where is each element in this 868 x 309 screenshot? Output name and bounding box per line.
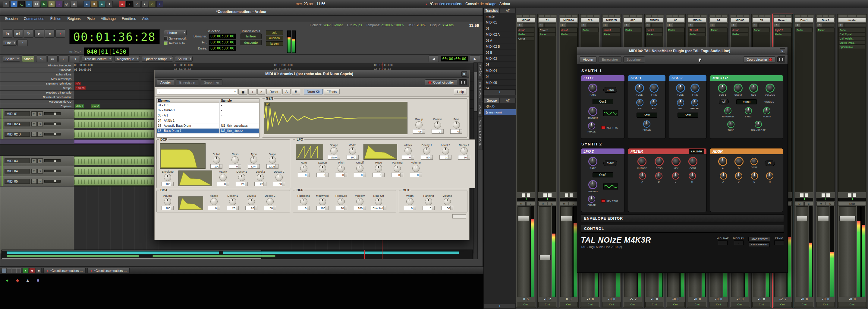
strip-grip[interactable] (765, 15, 770, 17)
strip-input-button[interactable]: 1 (731, 23, 736, 27)
fm-knob[interactable] (650, 99, 657, 106)
cutoff-knob[interactable] (638, 157, 647, 166)
routing-grid[interactable] (826, 193, 830, 197)
value-spinbox[interactable]: 20 (439, 155, 452, 160)
strip-grip[interactable] (829, 15, 835, 17)
strips-tab[interactable]: Tranches (484, 8, 500, 13)
ruler-label[interactable]: Échantillons (0, 73, 74, 77)
strip-input-button[interactable]: 2 (795, 23, 801, 27)
save-preset-button[interactable]: Enregistrer (176, 79, 199, 85)
value-spinbox[interactable]: 50 (441, 206, 453, 210)
comments-button[interactable]: Cmt (731, 302, 749, 307)
strip-list-item[interactable]: MIDI 03 (484, 56, 516, 61)
mail-icon[interactable]: ✉ (33, 1, 40, 7)
mute-button[interactable]: M (538, 202, 547, 206)
groups-tab[interactable]: Groupe (484, 98, 500, 103)
processor-fader[interactable]: Fader (667, 28, 684, 32)
transpose-knob[interactable] (755, 121, 762, 128)
pw-knob[interactable] (677, 99, 684, 106)
value-spinbox[interactable]: 0 (432, 129, 444, 134)
strip-grip[interactable] (544, 15, 550, 17)
lcd-display[interactable]: Saw (637, 113, 657, 118)
contrast-icon[interactable]: ◐ (141, 1, 148, 7)
value-spinbox[interactable]: 0 (391, 173, 403, 177)
ruler-label[interactable]: Marqueurs de CD (0, 100, 74, 104)
track-header[interactable]: MIDI 02 Bms (0, 129, 74, 139)
gain-display[interactable]: -0.0 (667, 298, 685, 302)
strip-io-box[interactable] (523, 23, 535, 27)
strip-io-box[interactable] (694, 23, 706, 27)
processor-drmk1[interactable]: drmk1 (646, 28, 663, 32)
pan-control[interactable] (795, 198, 813, 201)
group-list-item[interactable]: -(tout)- (484, 103, 516, 109)
config-a-button[interactable]: A (282, 89, 290, 94)
play-button[interactable]: ▶ (34, 29, 44, 38)
desktop-icon-tool[interactable]: ▲ (25, 277, 31, 283)
strip-list-item[interactable]: MIDI 02 B (484, 44, 516, 50)
value-spinbox[interactable]: 0 (229, 164, 241, 169)
processor-drmk1[interactable]: drmk1 (603, 28, 620, 32)
save-preset-button[interactable]: Enregistrer (598, 56, 621, 62)
config-b-button[interactable]: B (292, 89, 300, 94)
comments-button[interactable]: Cmt (688, 302, 706, 307)
processor-drmk1[interactable]: drmk1 (518, 28, 534, 32)
gain-display[interactable]: -0.0 (838, 298, 866, 302)
strips-list[interactable]: masterMIDI 0101MIDI 02 A02 AMIDI 02 B02 … (484, 13, 516, 90)
envelope-editor-bar[interactable]: ENVELOPE EDITOR (581, 215, 784, 222)
fine-knob[interactable] (453, 121, 460, 129)
display-box[interactable]: - (734, 241, 744, 245)
strip-grip[interactable] (701, 15, 706, 17)
gain-display[interactable]: -0.0 (710, 298, 727, 302)
hot-launcher-icon[interactable]: ◆ (29, 268, 35, 273)
gain-display[interactable]: -2.2 (774, 298, 792, 302)
level-2-knob[interactable] (257, 174, 264, 181)
processor-tlnsm[interactable]: TLNsM (689, 28, 706, 32)
gain-fader[interactable] (817, 206, 830, 297)
processor-box[interactable]: Fader (795, 27, 813, 192)
larsen-indicator[interactable]: larsen (266, 41, 283, 46)
decay-2-knob[interactable] (461, 147, 468, 154)
strip-input-button[interactable]: 1 (624, 23, 629, 27)
location-marker[interactable]: début (75, 105, 84, 108)
value-spinbox[interactable]: 0 (217, 182, 229, 186)
menu-item[interactable]: Aide (139, 16, 152, 21)
gain-fader[interactable] (539, 206, 551, 297)
track-name[interactable]: MIDI 02 A (4, 121, 30, 127)
rate-knob[interactable] (588, 84, 597, 93)
strip-grip[interactable] (658, 15, 663, 17)
nudge-clock[interactable]: 00:00:00:00 (441, 56, 468, 61)
tune-knob[interactable] (727, 121, 735, 128)
fader-handle[interactable] (561, 216, 572, 221)
strip-grip[interactable] (673, 15, 678, 17)
strip-list-item[interactable]: 05 (484, 86, 516, 90)
menu-item[interactable]: Piste (84, 16, 97, 21)
strip-grip[interactable] (636, 15, 642, 17)
comments-button[interactable]: Cmt (710, 302, 727, 307)
pitch-knob[interactable] (338, 165, 345, 172)
tune-knob[interactable] (635, 84, 644, 93)
comments-button[interactable]: Cmt (560, 302, 578, 307)
strip-input-button[interactable]: 2 (774, 23, 779, 27)
element-row[interactable]: 35 - Acoustic Bass DrumUS_kick_superbass (157, 123, 259, 129)
ruler-label[interactable]: Repères (0, 104, 74, 108)
phase-knob[interactable] (643, 120, 650, 128)
selection-clock[interactable]: 00:00:00:00 (209, 46, 236, 51)
ruler-label[interactable]: Boucle et punch-in/out (0, 95, 74, 99)
menu-item[interactable]: Commandes (21, 16, 47, 21)
gain-display[interactable]: -0.0 (688, 298, 706, 302)
file-manager-icon[interactable]: ■ (10, 1, 17, 7)
strip-grip[interactable] (630, 15, 636, 17)
strips-tab[interactable]: Aff (500, 8, 516, 13)
strip-io-box[interactable] (715, 23, 727, 27)
close-icon[interactable]: × (780, 48, 785, 54)
bypass-button[interactable]: Court-circuiter (425, 79, 457, 85)
gain-fader[interactable] (518, 206, 530, 297)
strip-name-button[interactable]: 01 (538, 18, 556, 23)
strip-name-button[interactable]: MIDI02A (560, 18, 578, 23)
processor-box[interactable]: ReverbFader (538, 27, 556, 192)
launcher-icon-2[interactable]: ■ (91, 1, 98, 7)
element-row[interactable]: 31 - G 1- (157, 103, 259, 108)
desktop-icon-grid[interactable]: ■ (35, 277, 41, 283)
processor-fader[interactable]: Fader (646, 32, 663, 36)
new-preset-icon[interactable]: ▣ (239, 89, 247, 95)
